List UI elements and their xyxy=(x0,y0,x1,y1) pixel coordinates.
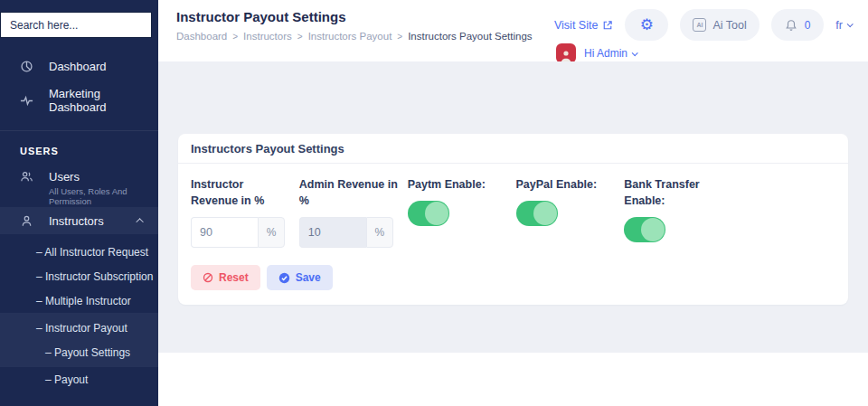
breadcrumb-separator: > xyxy=(297,32,303,42)
sidebar-item-multiple-instructor[interactable]: – Multiple Instructor xyxy=(0,288,158,313)
sidebar-item-users[interactable]: Users All Users, Roles And Permission xyxy=(0,164,158,207)
visit-site-label: Visit Site xyxy=(554,19,598,32)
sidebar-item-all-instructor-request[interactable]: – All Instructor Request xyxy=(0,240,158,264)
toggle-knob xyxy=(533,202,557,225)
admin-revenue-input xyxy=(299,217,366,248)
payout-settings-card: Instructors Payout Settings Instructor R… xyxy=(178,134,848,305)
footer-area xyxy=(158,353,868,406)
field-admin-revenue: Admin Revenue in % % xyxy=(299,176,402,248)
ai-tool-button[interactable]: AI Ai Tool xyxy=(680,9,759,41)
sidebar-section-users: USERS xyxy=(0,130,158,164)
notifications-button[interactable]: 0 xyxy=(771,9,825,41)
breadcrumb-item[interactable]: Instructors Payout xyxy=(308,31,392,42)
breadcrumb-item[interactable]: Instructors xyxy=(243,31,292,42)
avatar xyxy=(556,43,576,63)
sidebar-item-marketing-dashboard[interactable]: Marketing Dashboard xyxy=(0,83,158,118)
chevron-up-icon xyxy=(136,218,143,225)
breadcrumb-separator: > xyxy=(232,32,238,42)
sidebar-active-group: – Instructor Payout – Payout Settings xyxy=(0,313,158,367)
breadcrumb: Dashboard > Instructors > Instructors Pa… xyxy=(176,31,533,42)
person-icon xyxy=(20,214,33,228)
breadcrumb-item[interactable]: Dashboard xyxy=(176,31,227,42)
ai-tool-label: Ai Tool xyxy=(712,19,746,32)
card-title: Instructors Payout Settings xyxy=(178,134,848,164)
paytm-enable-label: Paytm Enable: xyxy=(408,176,511,193)
activity-icon xyxy=(20,94,33,108)
topbar-left: Instructor Payout Settings Dashboard > I… xyxy=(176,9,533,61)
toggle-knob xyxy=(641,218,665,241)
sidebar-item-payout-settings[interactable]: – Payout Settings xyxy=(0,340,158,364)
sidebar-item-label: Marketing Dashboard xyxy=(49,87,158,114)
language-selector[interactable]: fr xyxy=(835,19,852,32)
content-area: Instructors Payout Settings Instructor R… xyxy=(158,61,868,353)
field-bank-transfer-enable: Bank Transfer Enable: xyxy=(624,176,727,248)
chevron-down-icon xyxy=(632,50,638,56)
instructor-revenue-input[interactable] xyxy=(191,217,258,248)
percent-addon: % xyxy=(366,217,393,248)
paypal-toggle[interactable] xyxy=(516,201,558,226)
field-instructor-revenue: Instructor Revenue in % % xyxy=(191,176,294,248)
breadcrumb-item-current: Instructors Payout Settings xyxy=(408,31,532,42)
gear-icon: ⚙ xyxy=(640,17,654,33)
settings-button[interactable]: ⚙ xyxy=(625,9,668,41)
chevron-down-icon xyxy=(847,21,854,27)
percent-addon: % xyxy=(258,217,285,248)
reset-button[interactable]: Reset xyxy=(191,265,260,290)
user-menu[interactable]: Hi Admin xyxy=(556,43,637,63)
sidebar: Dashboard Marketing Dashboard USERS User… xyxy=(0,0,158,406)
bell-icon xyxy=(785,19,797,32)
instructor-revenue-label: Instructor Revenue in % xyxy=(191,176,294,209)
sidebar-item-label: Instructors xyxy=(49,214,104,228)
ai-chip-icon: AI xyxy=(693,18,706,32)
paytm-toggle[interactable] xyxy=(408,201,449,226)
sidebar-item-instructor-subscription[interactable]: – Instructor Subscription xyxy=(0,264,158,288)
save-label: Save xyxy=(296,271,321,284)
notification-count: 0 xyxy=(805,19,811,32)
field-paytm-enable: Paytm Enable: xyxy=(408,176,511,248)
bank-transfer-enable-label: Bank Transfer Enable: xyxy=(624,176,727,209)
toggle-knob xyxy=(425,202,448,225)
sidebar-item-subtitle: All Users, Roles And Permission xyxy=(49,186,158,206)
save-button[interactable]: Save xyxy=(267,265,333,290)
admin-revenue-label: Admin Revenue in % xyxy=(299,176,402,209)
app-window: Dashboard Marketing Dashboard USERS User… xyxy=(0,0,868,406)
greeting-label: Hi Admin xyxy=(584,47,627,60)
topbar: Instructor Payout Settings Dashboard > I… xyxy=(158,0,868,61)
sidebar-item-instructors[interactable]: Instructors xyxy=(0,207,158,234)
search-input[interactable] xyxy=(1,13,158,37)
check-circle-icon xyxy=(278,272,290,284)
main-area: Instructor Payout Settings Dashboard > I… xyxy=(158,0,868,406)
breadcrumb-separator: > xyxy=(397,32,402,42)
sidebar-item-label: Users xyxy=(49,170,158,184)
users-icon xyxy=(20,170,33,184)
pie-chart-icon xyxy=(20,60,33,73)
field-paypal-enable: PayPal Enable: xyxy=(516,176,619,248)
topbar-right: Visit Site ⚙ AI Ai Tool 0 xyxy=(554,9,852,61)
paypal-enable-label: PayPal Enable: xyxy=(516,176,619,193)
sidebar-search xyxy=(0,12,152,38)
visit-site-link[interactable]: Visit Site xyxy=(554,19,613,32)
sidebar-item-dashboard[interactable]: Dashboard xyxy=(0,49,158,83)
sidebar-item-instructor-payout[interactable]: – Instructor Payout xyxy=(0,316,158,340)
sidebar-item-payout[interactable]: – Payout xyxy=(0,367,158,392)
slash-circle-icon xyxy=(203,272,213,283)
page-title: Instructor Payout Settings xyxy=(176,9,533,24)
language-label: fr xyxy=(835,19,843,32)
external-link-icon xyxy=(602,20,613,31)
bank-transfer-toggle[interactable] xyxy=(624,217,665,242)
sidebar-item-label: Dashboard xyxy=(49,60,107,73)
reset-label: Reset xyxy=(219,271,249,284)
